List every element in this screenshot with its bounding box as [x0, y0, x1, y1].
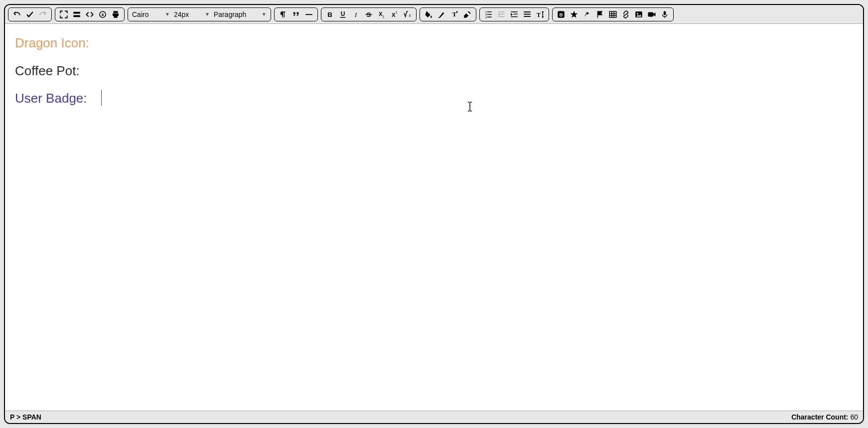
eraser-button[interactable]: [461, 8, 474, 20]
eraser-icon: [463, 10, 472, 19]
svg-rect-25: [500, 13, 504, 14]
textcolor-button[interactable]: T: [448, 8, 461, 20]
toolbar-icon: [72, 10, 81, 19]
undo-icon: [12, 10, 21, 19]
svg-text:1: 1: [383, 14, 385, 18]
superscript-button[interactable]: X1: [388, 8, 401, 20]
element-path[interactable]: P > SPAN: [10, 413, 41, 421]
font-size-select[interactable]: 24px: [172, 10, 204, 18]
svg-rect-27: [511, 11, 518, 12]
svg-text:a: a: [102, 12, 104, 17]
source-icon: [85, 10, 94, 19]
svg-text:X: X: [379, 11, 383, 17]
highlight-icon: [437, 10, 446, 19]
svg-rect-0: [73, 11, 80, 13]
chevron-down-icon: ▼: [205, 11, 210, 17]
highlight-button[interactable]: [435, 8, 448, 20]
preview-button[interactable]: a: [96, 8, 109, 20]
transform-button[interactable]: [580, 8, 593, 20]
blocks-button[interactable]: [70, 8, 83, 20]
pilcrow-icon: [279, 10, 288, 19]
svg-text:T: T: [452, 10, 456, 17]
insert-group: B: [552, 7, 674, 21]
quote-button[interactable]: [289, 8, 302, 20]
indent-increase-button[interactable]: [508, 8, 521, 20]
svg-rect-43: [648, 12, 653, 16]
svg-text:B: B: [559, 11, 563, 17]
svg-rect-21: [487, 11, 491, 12]
block-format-select[interactable]: Paragraph: [212, 10, 261, 18]
table-button[interactable]: [606, 8, 619, 20]
image-button[interactable]: [632, 8, 645, 20]
link-icon: [621, 10, 630, 19]
check-icon: [25, 10, 34, 19]
svg-rect-26: [498, 16, 505, 17]
textcolor-icon: T: [450, 10, 459, 19]
mic-button[interactable]: [658, 8, 671, 20]
svg-rect-32: [524, 16, 531, 17]
formula-icon: x: [403, 10, 412, 19]
svg-rect-22: [487, 14, 491, 15]
indent-inc-icon: [510, 10, 519, 19]
component-button[interactable]: B: [555, 8, 568, 20]
italic-button[interactable]: I: [349, 8, 362, 20]
ordered-list-button[interactable]: 123: [482, 8, 495, 20]
ol-icon: 123: [484, 10, 493, 19]
star-button[interactable]: [568, 8, 580, 20]
redo-button[interactable]: [36, 8, 49, 20]
svg-text:1: 1: [396, 10, 398, 13]
image-icon: [634, 10, 643, 19]
content-line-3[interactable]: User Badge:: [15, 88, 853, 109]
fillcolor-icon: [424, 10, 433, 19]
hr-button[interactable]: [302, 8, 315, 20]
mic-icon: [660, 10, 669, 19]
flag-button[interactable]: [593, 8, 606, 20]
apply-button[interactable]: [23, 8, 36, 20]
svg-point-42: [637, 13, 638, 14]
indent-decrease-button[interactable]: [495, 8, 508, 20]
text-caret: [101, 90, 102, 106]
strike-icon: S: [364, 10, 373, 19]
chevron-down-icon: ▼: [262, 11, 267, 17]
editor-container: a Cairo ▼ 24px ▼ Paragraph: [4, 4, 864, 424]
undo-button[interactable]: [10, 8, 23, 20]
quote-icon: [291, 10, 300, 19]
video-button[interactable]: [645, 8, 658, 20]
fullscreen-button[interactable]: [57, 8, 70, 20]
lineheight-button[interactable]: T: [534, 8, 547, 20]
transform-icon: [582, 10, 591, 19]
svg-rect-4: [305, 14, 312, 15]
bold-icon: B: [325, 10, 334, 19]
font-group: Cairo ▼ 24px ▼ Paragraph ▼: [128, 7, 271, 21]
fillcolor-button[interactable]: [422, 8, 435, 20]
video-icon: [647, 10, 656, 19]
italic-icon: I: [351, 10, 360, 19]
underline-button[interactable]: U: [336, 8, 349, 20]
color-group: T: [420, 7, 476, 21]
subscript-button[interactable]: X1: [375, 8, 388, 20]
subscript-icon: X1: [377, 10, 386, 19]
font-family-select[interactable]: Cairo: [130, 10, 164, 18]
editor-content[interactable]: Dragon Icon: Coffee Pot: User Badge:: [5, 24, 863, 411]
print-icon: [111, 10, 120, 19]
underline-icon: U: [338, 10, 347, 19]
lineheight-icon: T: [536, 10, 545, 19]
star-icon: [570, 10, 579, 19]
link-button[interactable]: [619, 8, 632, 20]
flag-icon: [595, 10, 604, 19]
paragraph-button[interactable]: [277, 8, 289, 20]
content-line-1[interactable]: Dragon Icon:: [15, 33, 853, 54]
svg-text:T: T: [537, 11, 541, 18]
strike-button[interactable]: S: [362, 8, 375, 20]
list-group: 123 T: [479, 7, 549, 21]
print-button[interactable]: [109, 8, 122, 20]
hr-icon: [304, 10, 313, 19]
bold-button[interactable]: B: [323, 8, 336, 20]
content-line-2[interactable]: Coffee Pot:: [15, 61, 853, 82]
paragraph-group: [274, 7, 318, 21]
source-button[interactable]: [83, 8, 96, 20]
formula-button[interactable]: x: [401, 8, 414, 20]
align-button[interactable]: [521, 8, 534, 20]
align-icon: [523, 10, 532, 19]
content-text-3: User Badge:: [15, 91, 87, 106]
